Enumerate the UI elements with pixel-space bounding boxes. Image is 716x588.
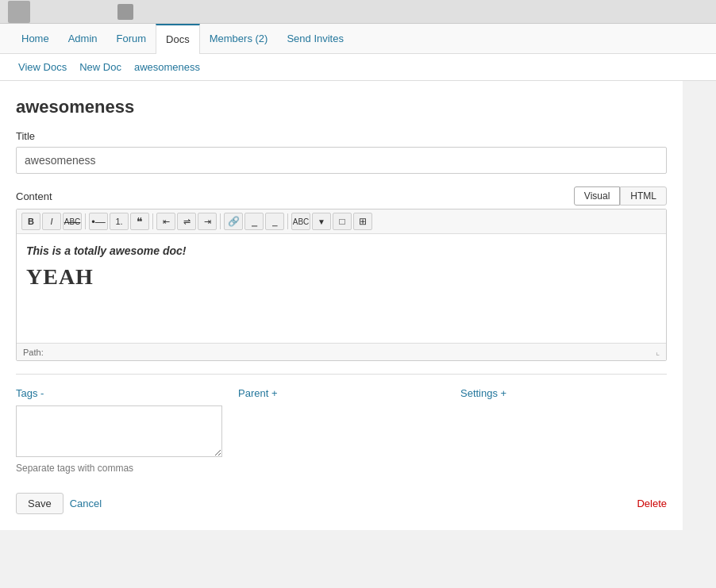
subnav-view-docs[interactable]: View Docs: [12, 54, 73, 81]
ul-button[interactable]: •—: [89, 213, 108, 230]
main-nav: Home Admin Forum Docs Members (2) Send I…: [0, 24, 716, 54]
ol-button[interactable]: 1.: [110, 213, 129, 230]
tags-toggle[interactable]: Tags -: [16, 387, 44, 399]
tags-hint: Separate tags with commas: [16, 463, 222, 474]
editor-toolbar: B I ABC •— 1. ❝ ⇤ ⇌ ⇥ 🔗 ⎯ ⎯ ABC ▼ □ ⊞: [17, 209, 666, 234]
strikethrough-button[interactable]: ABC: [63, 213, 82, 230]
nav-forum[interactable]: Forum: [107, 24, 156, 54]
content-header: Content Visual HTML: [16, 186, 667, 206]
nav-members[interactable]: Members (2): [200, 24, 278, 54]
settings-toggle[interactable]: Settings +: [460, 387, 506, 399]
editor-line2: YEAH: [26, 259, 656, 295]
nav-send-invites[interactable]: Send Invites: [277, 24, 353, 54]
visual-button[interactable]: Visual: [574, 186, 620, 206]
table-button[interactable]: ⊞: [353, 213, 372, 230]
sep2: [152, 213, 153, 229]
top-bar: [0, 0, 716, 24]
dropdown-button[interactable]: ▼: [312, 213, 331, 230]
bold-button[interactable]: B: [21, 213, 40, 230]
meta-section: Tags - Separate tags with commas Parent …: [16, 387, 667, 474]
html-button[interactable]: HTML: [620, 186, 667, 206]
path-label: Path:: [23, 348, 44, 357]
sep1: [85, 213, 86, 229]
content-section: Content Visual HTML B I ABC •— 1. ❝ ⇤ ⇌ …: [16, 186, 667, 361]
editor-body[interactable]: This is a totally awesome doc! YEAH: [17, 234, 666, 343]
align-left-button[interactable]: ⇤: [156, 213, 175, 230]
editor-container: B I ABC •— 1. ❝ ⇤ ⇌ ⇥ 🔗 ⎯ ⎯ ABC ▼ □ ⊞: [16, 209, 667, 361]
action-bar: Save Cancel Delete: [16, 493, 667, 514]
subnav-awesomeness[interactable]: awesomeness: [128, 54, 206, 81]
fullscreen-button[interactable]: □: [333, 213, 352, 230]
page-title: awesomeness: [16, 97, 667, 117]
spellcheck-button[interactable]: ABC: [291, 213, 310, 230]
title-label: Title: [16, 130, 667, 142]
align-center-button[interactable]: ⇌: [177, 213, 196, 230]
top-icon: [117, 4, 133, 20]
avatar: [8, 1, 30, 23]
nav-home[interactable]: Home: [12, 24, 59, 54]
subnav-new-doc[interactable]: New Doc: [73, 54, 128, 81]
title-input[interactable]: [16, 147, 667, 174]
nav-admin[interactable]: Admin: [59, 24, 107, 54]
view-toggle: Visual HTML: [574, 186, 667, 206]
divider: [16, 374, 667, 375]
editor-line1: This is a totally awesome doc!: [26, 242, 656, 259]
save-button[interactable]: Save: [16, 493, 64, 514]
hr-button[interactable]: ⎯: [265, 213, 284, 230]
parent-col: Parent +: [238, 387, 445, 474]
link-button[interactable]: 🔗: [224, 213, 243, 230]
tags-input[interactable]: [16, 405, 222, 457]
cancel-button[interactable]: Cancel: [70, 498, 102, 509]
settings-col: Settings +: [460, 387, 667, 474]
align-right-button[interactable]: ⇥: [198, 213, 217, 230]
sep3: [220, 213, 221, 229]
content-area: awesomeness Title Content Visual HTML B …: [0, 81, 683, 530]
sep4: [287, 213, 288, 229]
resize-handle[interactable]: ⌞: [656, 347, 660, 357]
sub-nav: View Docs New Doc awesomeness: [0, 54, 716, 81]
unlink-button[interactable]: ⎯: [244, 213, 264, 230]
action-bar-left: Save Cancel: [16, 493, 102, 514]
editor-path: Path: ⌞: [17, 343, 666, 360]
delete-button[interactable]: Delete: [637, 498, 667, 509]
italic-button[interactable]: I: [42, 213, 61, 230]
blockquote-button[interactable]: ❝: [130, 213, 149, 230]
tags-col: Tags - Separate tags with commas: [16, 387, 222, 474]
nav-docs[interactable]: Docs: [156, 24, 200, 54]
parent-toggle[interactable]: Parent +: [238, 387, 278, 399]
content-label: Content: [16, 190, 52, 202]
